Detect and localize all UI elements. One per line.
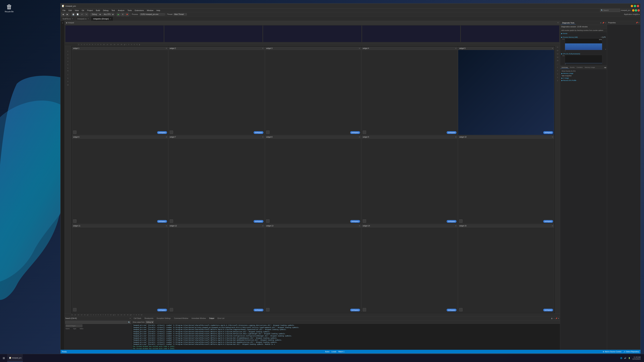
diag-option-memory[interactable]: ▶ Memory Usage [561,72,606,75]
workspace-btn-10[interactable]: workspace [543,220,553,223]
canvas-close-icon[interactable]: ✕ [557,22,559,24]
tab-mswpad[interactable]: mswpad.cs ✕ [75,16,91,21]
widget-close-1[interactable]: ✕ [166,47,167,49]
dtab-counters[interactable]: Counters [576,66,584,68]
workspace-btn-5[interactable]: workspace [543,131,553,134]
widget-close-2[interactable]: ✕ [262,47,264,49]
workspace-btn-15[interactable]: workspace [543,309,553,311]
workspace-btn-7[interactable]: workspace [254,220,264,223]
widget-close-3[interactable]: ✕ [359,47,360,49]
toolbar-undo[interactable]: ↩ [80,13,84,16]
tab-cmdwindow[interactable]: Command Window [173,317,190,320]
memory-zoom-icon[interactable]: 🔍 [604,36,606,38]
widget-close-14[interactable]: ✕ [455,225,456,227]
taskbar-start[interactable]: ⊞ [0,354,7,362]
tab-errorlist[interactable]: Error List [216,317,226,320]
output-source-select[interactable]: Debug Build [146,321,154,324]
search-go-button[interactable]: 🔍 [128,321,131,324]
debug-config-dropdown[interactable]: Debug Release [90,13,102,16]
widget-close-8[interactable]: ✕ [359,136,360,138]
menu-tools[interactable]: Tools [126,9,133,12]
tab-output[interactable]: Output [208,317,216,320]
workspace-btn-9[interactable]: workspace [446,220,456,223]
memory-settings-icon[interactable]: ⚙ [601,36,602,38]
widget-close-9[interactable]: ✕ [455,136,456,138]
recycle-bin[interactable]: 🗑 Recycle Bin [3,3,15,12]
workspace-btn-13[interactable]: workspace [350,309,360,311]
dtab-summary[interactable]: Summary [560,66,569,69]
menu-window[interactable]: Window [146,9,155,12]
prop-close-icon[interactable]: ✕ [638,22,640,24]
workspace-btn-12[interactable]: workspace [254,309,264,311]
output-pin-icon[interactable]: 📌 [556,318,557,319]
prop-pin-icon[interactable]: 📌 [636,22,638,24]
tab-close-sodfile[interactable]: ✕ [72,18,73,19]
start-debugging-button[interactable]: ▶ [116,13,120,16]
diagnostic-close-icon[interactable]: ✕ [605,22,606,24]
widget-close-11[interactable]: ✕ [166,225,167,227]
tab-callstack[interactable]: Call Stack [132,317,142,320]
tab-design[interactable]: midgadics [Design] ✕ [91,16,113,21]
output-clear-icon[interactable]: 🗑 [551,318,552,319]
diag-option-vusage[interactable]: ▶ V Usage [561,77,606,79]
search-regex-input[interactable] [66,325,82,327]
toolbar-back[interactable]: ◀ [61,13,65,16]
widget-close-4[interactable]: ✕ [455,47,456,49]
process-value[interactable]: 21252 mswpad_pro.exe [140,13,165,15]
taskbar-mswpad[interactable]: 📝 mswpad_pro [7,354,23,362]
diagnostic-pin-icon[interactable]: 📌 [602,22,604,24]
tab-close-mswpad[interactable]: ✕ [88,18,89,19]
menu-build[interactable]: Build [94,9,101,12]
workspace-btn-3[interactable]: workspace [350,131,360,134]
stop-button[interactable]: ⏹ [125,13,129,16]
workspace-btn-14[interactable]: workspace [446,309,456,311]
widget-close-15[interactable]: ✕ [552,225,553,227]
menu-analyze[interactable]: Analyze [116,9,126,12]
menu-git[interactable]: Git [80,9,85,12]
diagnostic-options-icon[interactable]: ⚙ [600,22,602,24]
search-box[interactable]: 🔍 Search [600,9,620,12]
toolbar-redo[interactable]: ↪ [84,13,88,16]
output-word-wrap-icon[interactable]: ↔ [553,318,555,319]
minimize-button[interactable] [631,5,633,7]
search-input[interactable] [65,321,127,324]
dtab-memory[interactable]: Memory Usage [584,66,596,68]
menu-extensions[interactable]: Extensions [134,9,145,12]
tab-close-design[interactable]: ✕ [110,18,111,19]
workspace-btn-11[interactable]: workspace [157,309,167,311]
toolbar-forward[interactable]: ▶ [66,13,69,16]
diag-option-snapshot[interactable]: Take Snapshot [561,75,606,77]
maximize-button[interactable] [634,5,636,7]
diag-option-cpu[interactable]: ▶ Record CPU Profile [561,79,606,82]
status-watch[interactable]: Watch 1 [338,351,344,353]
workspace-btn-4[interactable]: workspace [446,131,456,134]
status-autos[interactable]: Autos [325,351,330,353]
memory-toggle[interactable]: ▶ Process Memory (MB) ⚙ 📷 🔍 [561,36,606,38]
menu-debug[interactable]: Debug [102,9,110,12]
menu-edit[interactable]: Edit [67,9,73,12]
events-toggle[interactable]: ▶ Events [561,33,606,34]
toolbar-save[interactable]: 💾 [72,13,75,16]
search-panel-collapse[interactable]: ✕ [130,318,131,319]
pause-button[interactable]: ⏸ [121,13,124,16]
workspace-btn-8[interactable]: workspace [350,220,360,223]
status-repository[interactable]: ⎇ Select Repository [623,351,639,353]
status-source-control[interactable]: ⊕ Add to Source Control [603,351,621,353]
widget-close-6[interactable]: ✕ [166,136,167,138]
memory-snapshot-icon[interactable]: 📷 [602,36,604,38]
close-button[interactable] [637,5,639,7]
menu-maximize[interactable] [635,9,637,11]
tab-diagnostic-tools[interactable]: Diagnostic Tools [561,22,576,24]
tab-immediate[interactable]: Immediate Window [190,317,207,320]
workspace-btn-1[interactable]: workspace [157,131,167,134]
widget-close-10[interactable]: ✕ [552,136,553,138]
workspace-btn-2[interactable]: workspace [254,131,264,134]
menu-test[interactable]: Test [110,9,116,12]
widget-close-5[interactable]: ✕ [552,47,553,49]
menu-file[interactable]: File [61,9,67,12]
menu-close[interactable] [638,9,640,11]
tab-exception[interactable]: Exception Settings [156,317,172,320]
dtab-prev[interactable]: ◀ [604,66,605,68]
widget-close-13[interactable]: ✕ [359,225,360,227]
dtab-events[interactable]: Events [569,66,576,68]
